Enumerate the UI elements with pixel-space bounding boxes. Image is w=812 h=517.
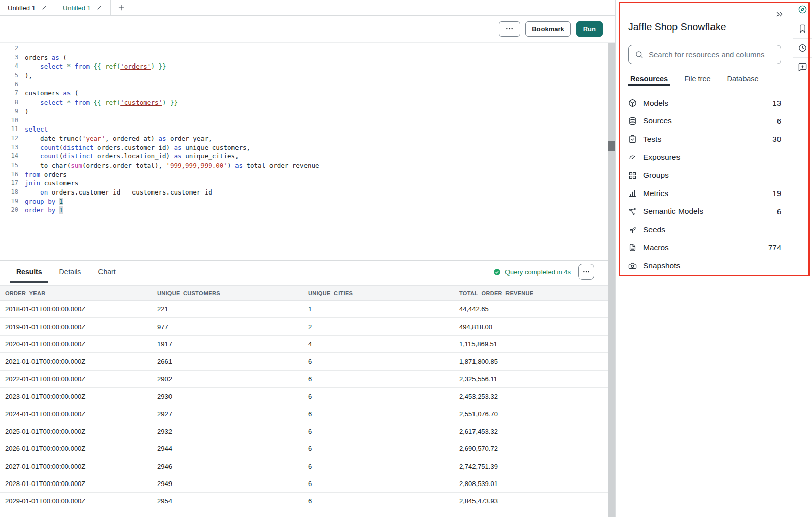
line-number: 4 xyxy=(0,62,25,71)
line-number: 15 xyxy=(0,161,25,170)
table-cell: 6 xyxy=(303,428,454,435)
close-icon[interactable] xyxy=(41,5,47,11)
results-tab-chart[interactable]: Chart xyxy=(92,261,121,283)
resource-item-seeds[interactable]: Seeds xyxy=(628,220,781,239)
table-cell: 6 xyxy=(303,497,454,505)
table-row[interactable]: 2024-01-01T00:00:00.000Z292762,551,076.7… xyxy=(0,405,608,423)
indent-guide xyxy=(25,98,25,107)
table-row[interactable]: 2021-01-01T00:00:00.000Z266161,871,800.8… xyxy=(0,353,608,370)
ellipsis-icon xyxy=(505,25,514,33)
indent-guide xyxy=(25,143,25,152)
history-icon xyxy=(798,43,807,53)
table-row[interactable]: 2023-01-01T00:00:00.000Z293062,453,253.3… xyxy=(0,388,608,405)
resource-count: 13 xyxy=(772,99,781,107)
resource-item-models[interactable]: Models13 xyxy=(628,94,781,112)
indent-guide xyxy=(25,134,25,143)
line-number: 3 xyxy=(0,53,25,62)
editor-toolbar: Bookmark Run xyxy=(0,16,615,43)
line-number: 18 xyxy=(0,188,25,197)
rail-button-compass[interactable] xyxy=(793,0,812,19)
results-tab-details[interactable]: Details xyxy=(53,261,87,283)
table-row[interactable]: 2027-01-01T00:00:00.000Z294662,742,751.3… xyxy=(0,458,608,475)
table-cell: 2932 xyxy=(152,428,303,435)
editor-more-button[interactable] xyxy=(499,21,520,37)
line-number: 16 xyxy=(0,170,25,179)
results-tab-results[interactable]: Results xyxy=(10,261,48,283)
table-cell: 6 xyxy=(303,393,454,400)
editor-tab-1[interactable]: Untitled 1 xyxy=(0,0,55,15)
table-cell: 6 xyxy=(303,480,454,488)
table-row[interactable]: 2020-01-01T00:00:00.000Z191741,115,869.5… xyxy=(0,336,608,353)
resource-item-exposures[interactable]: Exposures xyxy=(628,148,781,167)
resource-item-sources[interactable]: Sources6 xyxy=(628,112,781,131)
panel-tab-file-tree[interactable]: File tree xyxy=(682,72,713,86)
line-number: 11 xyxy=(0,125,25,134)
resource-label: Macros xyxy=(643,243,669,252)
table-cell: 2944 xyxy=(152,445,303,453)
table-cell: 1,871,800.85 xyxy=(454,358,608,365)
resource-item-macros[interactable]: Macros774 xyxy=(628,239,781,257)
resource-item-tests[interactable]: Tests30 xyxy=(628,130,781,148)
panel-tab-bar: ResourcesFile treeDatabase xyxy=(628,72,781,86)
panel-tab-database[interactable]: Database xyxy=(725,72,761,86)
code-line: 15 to_char(sum(orders.order_total), '999… xyxy=(0,161,608,170)
run-button[interactable]: Run xyxy=(576,21,603,37)
resource-count: 6 xyxy=(777,207,781,216)
table-cell: 2,742,751.39 xyxy=(454,463,608,470)
collapse-panel-icon[interactable] xyxy=(775,10,784,18)
rail-button-message-plus[interactable] xyxy=(793,58,812,77)
table-cell: 2927 xyxy=(152,410,303,418)
code-line: 19group by 1 xyxy=(0,197,608,206)
resource-count: 774 xyxy=(768,243,781,252)
table-row[interactable]: 2018-01-01T00:00:00.000Z221144,442.65 xyxy=(0,301,608,318)
table-row[interactable]: 2028-01-01T00:00:00.000Z294962,808,539.0… xyxy=(0,475,608,493)
sql-code-editor[interactable]: 23orders as (4 select * from {{ ref('ord… xyxy=(0,43,608,260)
bookmark-icon xyxy=(798,24,807,34)
code-line: 2 xyxy=(0,44,608,53)
table-cell: 2,690,570.72 xyxy=(454,445,608,453)
pane-splitter[interactable] xyxy=(608,43,615,517)
table-cell: 1917 xyxy=(152,340,303,348)
right-icon-rail xyxy=(793,0,812,517)
project-title: Jaffle Shop Snowflake xyxy=(628,21,726,33)
line-number: 13 xyxy=(0,143,25,152)
code-line: 7customers as ( xyxy=(0,89,608,98)
resource-label: Groups xyxy=(643,171,669,180)
table-cell: 2 xyxy=(303,323,454,331)
rail-button-bookmark[interactable] xyxy=(793,19,812,39)
code-line: 18 on orders.customer_id = customers.cus… xyxy=(0,188,608,197)
results-table-header: ORDER_YEARUNIQUE_CUSTOMERSUNIQUE_CITIEST… xyxy=(0,285,608,301)
line-number: 8 xyxy=(0,98,25,107)
table-cell: 2,845,473.93 xyxy=(454,497,608,505)
resource-label: Seeds xyxy=(643,225,665,234)
resource-item-snapshots[interactable]: Snapshots xyxy=(628,256,781,275)
resource-search-input[interactable] xyxy=(649,50,774,59)
bookmark-button[interactable]: Bookmark xyxy=(525,21,571,37)
new-tab-button[interactable] xyxy=(111,0,132,15)
table-cell: 494,818.00 xyxy=(454,323,608,331)
results-more-button[interactable] xyxy=(578,264,594,280)
resource-item-semantic-models[interactable]: Semantic Models6 xyxy=(628,203,781,221)
code-line: 11select xyxy=(0,125,608,134)
panel-tab-resources[interactable]: Resources xyxy=(628,72,670,86)
column-header: UNIQUE_CITIES xyxy=(303,290,454,296)
splitter-handle[interactable] xyxy=(608,141,615,151)
resource-label: Sources xyxy=(643,116,672,125)
table-row[interactable]: 2019-01-01T00:00:00.000Z9772494,818.00 xyxy=(0,318,608,335)
code-line: 16from orders xyxy=(0,170,608,179)
column-header: ORDER_YEAR xyxy=(0,290,152,296)
indent-guide xyxy=(25,188,25,197)
resource-label: Metrics xyxy=(643,189,668,198)
resource-item-metrics[interactable]: Metrics19 xyxy=(628,184,781,203)
code-line: 5), xyxy=(0,71,608,80)
table-row[interactable]: 2022-01-01T00:00:00.000Z290262,325,556.1… xyxy=(0,371,608,388)
resource-item-groups[interactable]: Groups xyxy=(628,166,781,184)
code-line: 13 count(distinct orders.customer_id) as… xyxy=(0,143,608,152)
rail-button-history[interactable] xyxy=(793,39,812,58)
editor-tab-2[interactable]: Untitled 1 xyxy=(55,0,111,15)
table-row[interactable]: 2026-01-01T00:00:00.000Z294462,690,570.7… xyxy=(0,440,608,458)
table-row[interactable]: 2029-01-01T00:00:00.000Z295462,845,473.9… xyxy=(0,493,608,510)
table-row[interactable]: 2025-01-01T00:00:00.000Z293262,617,453.3… xyxy=(0,423,608,440)
close-icon[interactable] xyxy=(96,5,103,11)
table-cell: 2018-01-01T00:00:00.000Z xyxy=(0,305,152,313)
